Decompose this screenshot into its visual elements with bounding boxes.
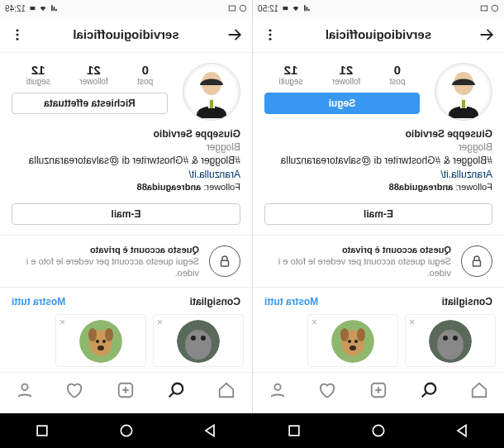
svg-line-51 — [169, 393, 174, 398]
svg-rect-1 — [481, 6, 487, 11]
email-button[interactable]: E-mail — [264, 203, 492, 225]
stat-posts[interactable]: 0 post — [137, 63, 153, 86]
nav-search[interactable] — [403, 373, 454, 407]
profile-header: servidiogiuofficial — [253, 17, 504, 53]
svg-point-21 — [349, 346, 356, 350]
bio-category: Blogger — [12, 141, 240, 154]
svg-rect-2 — [283, 7, 288, 10]
show-all-link[interactable]: Mostra tutti — [264, 296, 318, 307]
wifi-icon — [292, 4, 300, 12]
close-icon[interactable]: × — [59, 317, 65, 328]
heart-icon — [319, 381, 337, 399]
svg-rect-9 — [462, 100, 465, 108]
nav-home[interactable] — [202, 373, 252, 407]
notification-icon — [239, 4, 247, 12]
suggestions-title: Consigliati — [190, 296, 240, 307]
svg-point-46 — [88, 328, 97, 341]
screen-before-follow: 12:50 servidiogiuofficial — [252, 0, 504, 413]
back-arrow-icon[interactable] — [478, 26, 496, 44]
svg-point-28 — [240, 5, 246, 12]
stat-followers[interactable]: 21 follower — [79, 63, 107, 86]
home-icon — [470, 381, 488, 399]
nav-search[interactable] — [151, 373, 202, 407]
email-button[interactable]: E-mail — [12, 203, 240, 225]
followed-by[interactable]: Follower: andreaguida88 — [12, 181, 240, 193]
stat-followers[interactable]: 21 follower — [332, 63, 360, 86]
svg-point-19 — [354, 340, 358, 343]
bottom-nav — [0, 372, 252, 407]
requested-button[interactable]: Richiesta effettuata — [12, 93, 168, 114]
bio-name: Giuseppe Servidio — [12, 127, 240, 141]
back-arrow-icon[interactable] — [226, 26, 244, 44]
bio-link[interactable]: Aranzulla.it/ — [12, 168, 240, 181]
svg-point-45 — [105, 328, 113, 341]
stat-following[interactable]: 12 seguiti — [26, 63, 50, 86]
suggestion-card[interactable]: × — [153, 314, 244, 367]
close-icon[interactable]: × — [311, 317, 317, 328]
nav-activity[interactable] — [303, 373, 354, 407]
battery-icon — [28, 4, 36, 12]
more-options-icon[interactable] — [8, 26, 26, 44]
suggestions-header: Consigliati Mostra tutti — [253, 293, 504, 311]
svg-point-41 — [201, 336, 206, 341]
svg-point-58 — [121, 425, 131, 436]
close-icon[interactable]: × — [409, 317, 415, 328]
svg-point-17 — [357, 328, 365, 341]
stat-following[interactable]: 12 seguiti — [279, 63, 303, 86]
svg-point-49 — [97, 346, 104, 350]
svg-rect-29 — [229, 6, 235, 11]
svg-line-23 — [422, 393, 427, 398]
nav-home[interactable] — [454, 373, 504, 407]
avatar-image — [185, 65, 238, 118]
profile-top: 0 post 21 follower 12 seguiti Segui — [253, 53, 504, 126]
android-recent-icon[interactable] — [286, 422, 302, 439]
suggestion-avatar — [79, 320, 122, 363]
android-home-icon[interactable] — [370, 422, 387, 439]
android-recent-icon[interactable] — [34, 422, 50, 439]
private-subtitle: Segui questo account per vedere le foto … — [264, 255, 451, 279]
search-icon — [420, 381, 438, 399]
nav-add[interactable] — [354, 373, 404, 407]
svg-point-3 — [269, 29, 272, 31]
svg-point-5 — [269, 37, 272, 40]
signal-icon — [302, 4, 311, 12]
close-icon[interactable]: × — [157, 317, 163, 328]
avatar[interactable] — [435, 63, 492, 121]
svg-point-20 — [348, 340, 351, 343]
suggestion-card[interactable]: × — [55, 314, 146, 367]
stats-row: 0 post 21 follower 12 seguiti — [12, 63, 168, 86]
svg-point-40 — [185, 330, 212, 360]
show-all-link[interactable]: Mostra tutti — [12, 296, 65, 307]
nav-activity[interactable] — [50, 373, 101, 407]
avatar[interactable] — [183, 63, 240, 121]
bio-description: #Blogger & #Ghostwriter di @salvatoreara… — [12, 154, 240, 167]
nav-profile[interactable] — [253, 373, 303, 407]
nav-add[interactable] — [101, 373, 151, 407]
suggestions-title: Consigliati — [442, 296, 492, 307]
nav-profile[interactable] — [0, 373, 50, 407]
svg-point-47 — [102, 340, 106, 343]
profile-header: servidiogiuofficial — [0, 17, 252, 53]
android-back-icon[interactable] — [454, 422, 470, 439]
search-icon — [168, 381, 186, 399]
bio-link[interactable]: Aranzulla.it/ — [264, 168, 492, 181]
status-time: 12:50 — [258, 4, 278, 13]
status-bar: 12:49 — [0, 0, 252, 17]
private-subtitle: Segui questo account per vedere le foto … — [12, 255, 199, 279]
private-title: Questo account è privato — [264, 244, 451, 255]
person-icon — [269, 381, 287, 399]
suggestion-card[interactable]: × — [405, 314, 496, 367]
add-icon — [369, 381, 388, 399]
follow-button[interactable]: Segui — [264, 93, 420, 114]
wifi-icon — [39, 4, 47, 12]
bio: Giuseppe Servidio Blogger #Blogger & #Gh… — [0, 126, 252, 200]
android-back-icon[interactable] — [202, 422, 218, 439]
followed-by[interactable]: Follower: andreaguida88 — [264, 181, 492, 193]
suggestion-card[interactable]: × — [307, 314, 398, 367]
screen-after-request: 12:49 servidiogiuofficial — [0, 0, 252, 413]
android-home-icon[interactable] — [118, 422, 135, 439]
more-options-icon[interactable] — [261, 26, 279, 44]
stat-posts[interactable]: 0 post — [389, 63, 405, 86]
suggestions-header: Consigliati Mostra tutti — [0, 293, 252, 311]
svg-rect-57 — [289, 426, 299, 436]
